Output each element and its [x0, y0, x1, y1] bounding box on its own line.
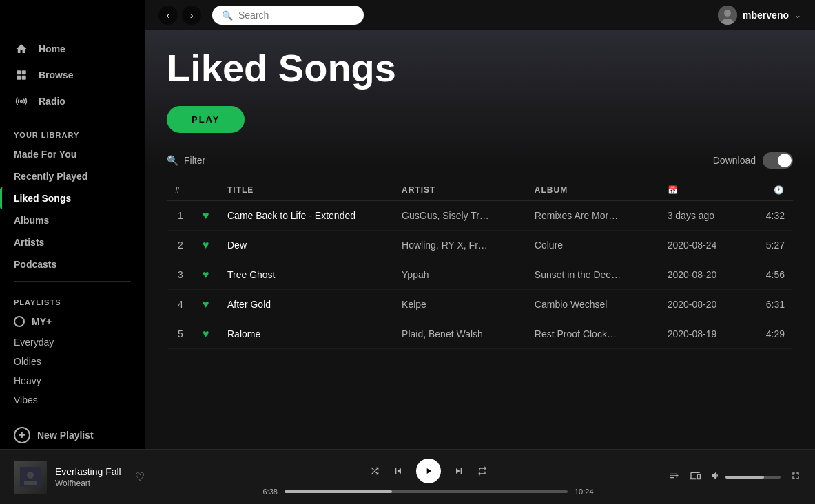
- sidebar-item-home-label: Home: [39, 43, 65, 54]
- svg-rect-1: [22, 70, 26, 74]
- sidebar-item-artists[interactable]: Artists: [0, 231, 145, 253]
- devices-button[interactable]: [690, 470, 701, 483]
- song-album: Sunset in the Dee…: [526, 260, 659, 289]
- sidebar-item-liked-songs[interactable]: Liked Songs: [0, 187, 145, 209]
- volume-control: [710, 470, 781, 483]
- sidebar-item-home[interactable]: Home: [0, 36, 145, 62]
- liked-heart[interactable]: ♥: [194, 319, 219, 348]
- play-pause-button[interactable]: [416, 459, 441, 483]
- sidebar-item-myplus[interactable]: MY+: [0, 311, 145, 333]
- sidebar-item-radio-label: Radio: [39, 96, 65, 107]
- table-row[interactable]: 1 ♥ Came Back to Life - Extended GusGus,…: [167, 200, 793, 230]
- song-artist: Kelpe: [393, 289, 526, 319]
- new-playlist-button[interactable]: + New Playlist: [0, 421, 145, 449]
- song-artist: GusGus, Sisely Tr…: [393, 200, 526, 230]
- song-date: 2020-08-24: [659, 230, 751, 260]
- clock-icon: 🕐: [774, 185, 785, 195]
- sidebar-item-artists-label: Artists: [14, 237, 44, 248]
- sidebar: Home Browse: [0, 0, 145, 449]
- repeat-button[interactable]: [477, 465, 488, 476]
- home-icon: [14, 41, 29, 56]
- song-artist: Plaid, Benet Walsh: [393, 319, 526, 348]
- sidebar-item-podcasts[interactable]: Podcasts: [0, 253, 145, 275]
- heart-icon: ♥: [203, 239, 209, 251]
- th-number: #: [167, 180, 194, 201]
- sidebar-item-recently-played[interactable]: Recently Played: [0, 165, 145, 187]
- th-title: TITLE: [219, 180, 393, 201]
- avatar: [718, 6, 737, 25]
- song-date: 2020-08-20: [659, 289, 751, 319]
- filter-search-icon: 🔍: [167, 155, 178, 166]
- songs-table: # TITLE ARTIST ALBUM 📅 🕐: [167, 180, 793, 349]
- download-toggle-switch[interactable]: [763, 152, 793, 169]
- back-button[interactable]: ‹: [158, 6, 178, 25]
- previous-button[interactable]: [393, 465, 404, 476]
- sidebar-item-radio[interactable]: Radio: [0, 88, 145, 114]
- svg-rect-3: [22, 76, 26, 80]
- volume-fill: [725, 476, 764, 479]
- song-number: 2: [167, 230, 194, 260]
- page-title: Liked Songs: [167, 47, 793, 90]
- table-row[interactable]: 3 ♥ Tree Ghost Yppah Sunset in the Dee… …: [167, 260, 793, 289]
- now-playing-right: [650, 470, 801, 483]
- liked-heart[interactable]: ♥: [194, 289, 219, 319]
- table-row[interactable]: 5 ♥ Ralome Plaid, Benet Walsh Rest Proof…: [167, 319, 793, 348]
- nav-arrows: ‹ ›: [158, 6, 201, 25]
- next-button[interactable]: [453, 465, 464, 476]
- heart-icon: ♥: [203, 209, 209, 221]
- volume-icon[interactable]: [710, 470, 721, 483]
- sidebar-item-vibes[interactable]: Vibes: [0, 390, 145, 410]
- album-art-inner: [14, 461, 47, 494]
- queue-button[interactable]: [669, 470, 680, 483]
- liked-heart[interactable]: ♥: [194, 230, 219, 260]
- table-row[interactable]: 2 ♥ Dew Howling, RY X, Fr… Colure 2020-0…: [167, 230, 793, 260]
- svg-point-6: [724, 10, 731, 17]
- sidebar-item-made-for-you[interactable]: Made For You: [0, 143, 145, 165]
- liked-heart[interactable]: ♥: [194, 260, 219, 289]
- song-number: 4: [167, 289, 194, 319]
- song-title: Tree Ghost: [219, 260, 393, 289]
- svg-rect-10: [24, 481, 37, 485]
- content-area: ‹ › 🔍 mberveno ⌄: [145, 0, 815, 449]
- play-button[interactable]: PLAY: [167, 106, 245, 133]
- song-title: Dew: [219, 230, 393, 260]
- download-toggle: Download: [713, 152, 793, 169]
- filter-input[interactable]: [184, 155, 305, 166]
- table-row[interactable]: 4 ♥ After Gold Kelpe Cambio Wechsel 2020…: [167, 289, 793, 319]
- sidebar-item-browse[interactable]: Browse: [0, 62, 145, 88]
- progress-bar[interactable]: [285, 490, 568, 493]
- svg-rect-0: [17, 70, 21, 74]
- search-input[interactable]: [238, 10, 349, 21]
- fullscreen-button[interactable]: [790, 470, 801, 483]
- calendar-icon: 📅: [668, 185, 679, 195]
- filter-row: 🔍 Download: [167, 152, 793, 169]
- sidebar-item-heavy[interactable]: Heavy: [0, 371, 145, 390]
- your-library-section: YOUR LIBRARY Made For You Recently Playe…: [0, 120, 145, 275]
- song-date: 2020-08-20: [659, 260, 751, 289]
- song-date: 2020-08-19: [659, 319, 751, 348]
- like-track-button[interactable]: ♡: [135, 470, 145, 483]
- sidebar-item-myplus-label: MY+: [32, 316, 52, 327]
- playlists-section: PLAYLISTS MY+ Everyday Oldies Heavy Vibe…: [0, 287, 145, 410]
- volume-bar[interactable]: [725, 476, 781, 479]
- song-duration: 4:32: [750, 200, 793, 230]
- sidebar-item-everyday[interactable]: Everyday: [0, 333, 145, 352]
- liked-heart[interactable]: ♥: [194, 200, 219, 230]
- sidebar-item-albums-label: Albums: [14, 215, 49, 226]
- sidebar-item-oldies[interactable]: Oldies: [0, 352, 145, 371]
- sidebar-divider: [14, 281, 131, 282]
- user-area[interactable]: mberveno ⌄: [718, 6, 801, 25]
- sidebar-item-albums[interactable]: Albums: [0, 209, 145, 231]
- shuffle-button[interactable]: [369, 465, 380, 476]
- song-duration: 4:29: [750, 319, 793, 348]
- song-number: 3: [167, 260, 194, 289]
- song-number: 5: [167, 319, 194, 348]
- th-duration: 🕐: [750, 180, 793, 201]
- song-duration: 6:31: [750, 289, 793, 319]
- now-playing-bar: Everlasting Fall Wolfheart ♡: [0, 449, 815, 504]
- forward-button[interactable]: ›: [182, 6, 201, 25]
- sidebar-item-made-for-you-label: Made For You: [14, 149, 76, 160]
- download-label: Download: [713, 155, 756, 166]
- username-label: mberveno: [743, 10, 789, 21]
- song-album: Cambio Wechsel: [526, 289, 659, 319]
